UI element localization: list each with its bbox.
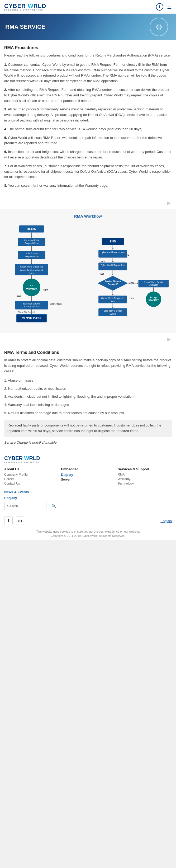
procedure-item-2: 2. After completing the RMA Request Form… <box>4 87 172 103</box>
footer-col-services: Services & Support RMA Warranty Technolo… <box>118 467 172 486</box>
svg-text:Request Form: Request Form <box>25 242 38 245</box>
svg-marker-45 <box>112 261 113 262</box>
header-icons: i ☰ <box>156 3 172 10</box>
term-item-3: 3. Accidents, include but not limited to… <box>4 394 172 400</box>
term-item-4: 4. Warranty seal label missing or damage… <box>4 402 172 408</box>
footer-col-services-title: Services & Support <box>118 467 172 471</box>
svg-text:Item: Item <box>29 272 34 275</box>
footer-link-career[interactable]: Career <box>4 477 58 481</box>
svg-marker-8 <box>31 250 32 251</box>
svg-text:NO: NO <box>100 273 104 275</box>
social-icons: f in <box>4 517 24 525</box>
workflow-section: RMA Workflow BEGIN Complete RMA Request … <box>0 209 176 334</box>
procedures-title: RMA Procedures <box>4 45 172 50</box>
svg-text:Charge Invoice: Charge Invoice <box>24 305 39 308</box>
search-input[interactable] <box>7 504 51 508</box>
svg-text:YES: YES <box>129 281 134 284</box>
procedures-list: 1. Customer can contact Cyber World by e… <box>4 62 172 189</box>
search-bar: 🔍 <box>4 502 46 510</box>
svg-text:Estimate Service: Estimate Service <box>23 302 40 305</box>
footer-link-rma[interactable]: RMA <box>118 473 172 476</box>
hero-icon: ⚙ <box>150 18 168 36</box>
info-icon[interactable]: i <box>156 3 163 10</box>
svg-text:Cyber World Repair Item: Cyber World Repair Item <box>101 264 125 267</box>
svg-text:In-: In- <box>30 284 33 287</box>
svg-text:CLOSE CASE: CLOSE CASE <box>22 317 41 320</box>
svg-text:Ship Item to Cyber: Ship Item to Cyber <box>104 309 122 312</box>
divider-arrow-bottom: ▶ <box>0 333 176 345</box>
procedure-item-6: 6. Inspection, repair and freight cost w… <box>4 149 172 160</box>
logo[interactable]: CYBER WRLD EMBEDDED DISPLAY SERVER <box>4 3 46 11</box>
svg-text:Service Charges: Service Charges <box>105 280 121 282</box>
footer-link-technology[interactable]: Technology <box>118 482 172 485</box>
svg-text:Warranty Information of: Warranty Information of <box>20 269 43 272</box>
terms-title: RMA Terms and Conditions <box>4 350 172 355</box>
footer-logo-text: CYBER WRLD <box>4 455 172 461</box>
footer-col-display-title[interactable]: Display <box>61 473 115 477</box>
svg-marker-39 <box>112 248 113 250</box>
linkedin-icon[interactable]: in <box>16 517 24 525</box>
term-item-1: 1. Abuse or misuse <box>4 378 172 383</box>
footer-col-about: About Us Company Profile Career Contact … <box>4 467 58 486</box>
svg-text:World: World <box>110 312 116 315</box>
logo-subtitle: EMBEDDED DISPLAY SERVER <box>4 9 46 11</box>
svg-text:Required?: Required? <box>108 283 118 285</box>
footer-enquiry-link[interactable]: Enquiry <box>4 496 172 500</box>
footer-link-warranty[interactable]: Warranty <box>118 477 172 481</box>
procedure-item-5: 5. Cyber World will issue RMA Report wit… <box>4 135 172 146</box>
svg-marker-13 <box>31 263 32 264</box>
svg-text:Cyber World Sends: Cyber World Sends <box>144 281 163 283</box>
footer-col-embedded: Embedded Display Server <box>61 467 115 486</box>
svg-text:Quotation: Quotation <box>149 284 158 286</box>
terms-replacement-note: Replaced faulty parts or components will… <box>4 420 172 437</box>
hero-banner: RMA SERVICE ⚙ <box>0 14 176 40</box>
footer-col-embedded-title: Embedded <box>61 467 115 471</box>
svg-text:Complete RMA: Complete RMA <box>24 239 39 242</box>
svg-text:Cyber World Diagnoses: Cyber World Diagnoses <box>101 297 125 300</box>
header: CYBER WRLD EMBEDDED DISPLAY SERVER i ☰ <box>0 0 176 14</box>
divider-arrow-top: ▶ <box>0 197 176 209</box>
procedure-item-1: 1. Customer can contact Cyber World by e… <box>4 62 172 84</box>
footer-link-contact[interactable]: Contact Us <box>4 482 58 485</box>
language-link[interactable]: English <box>161 519 172 523</box>
facebook-icon[interactable]: f <box>4 517 13 525</box>
svg-marker-61 <box>112 294 113 296</box>
svg-marker-66 <box>112 307 113 308</box>
term-item-5: 5. Natural disasters or damage due to ot… <box>4 410 172 416</box>
svg-text:Warranty: Warranty <box>26 287 37 290</box>
social-row: f in English <box>4 514 172 528</box>
procedure-item-3: 3. All returned products for warranty se… <box>4 107 172 123</box>
menu-icon[interactable]: ☰ <box>167 4 172 10</box>
svg-text:Item: Item <box>111 300 115 302</box>
svg-text:YES: YES <box>43 289 48 291</box>
footer-news-link[interactable]: News & Events <box>4 490 172 494</box>
procedures-intro: Please read the following procedures and… <box>4 53 172 58</box>
svg-text:YES: YES <box>100 260 105 263</box>
footer-col-server-title[interactable]: Server <box>61 478 115 482</box>
workflow-diagram: BEGIN Complete RMA Request Form Submit R… <box>3 223 173 328</box>
phone-frame: CYBER WRLD EMBEDDED DISPLAY SERVER i ☰ R… <box>0 0 176 540</box>
footer-link-company-profile[interactable]: Company Profile <box>4 473 58 476</box>
svg-text:YES: YES <box>129 297 134 300</box>
copyright: Copyright © 2011-2019 Cyber World. All R… <box>4 534 172 537</box>
svg-text:Submit RMA: Submit RMA <box>25 252 38 255</box>
procedure-item-7: 7. For In-Warranty cases , customer is r… <box>4 163 172 180</box>
workflow-title: RMA Workflow <box>3 214 173 218</box>
footer-logo: CYBER WRLD EMBEDDED DISPLAY SERVER <box>4 455 172 463</box>
footer-col-about-title: About Us <box>4 467 58 471</box>
term-item-2: 2. Non-authorized repairs or modificatio… <box>4 386 172 392</box>
terms-intro: In order to protect all original data, c… <box>4 358 172 374</box>
terms-section: RMA Terms and Conditions In order to pro… <box>0 345 176 450</box>
search-icon: 🔍 <box>51 504 56 508</box>
hero-title: RMA SERVICE <box>0 24 45 30</box>
procedure-item-4: 4. The normal turn-around time for RMA s… <box>4 126 172 132</box>
svg-text:NO: NO <box>17 295 21 298</box>
footer-logo-subtitle: EMBEDDED DISPLAY SERVER <box>4 461 172 463</box>
terms-service-note: Service Charge is non-Refundable. <box>4 440 172 444</box>
svg-marker-3 <box>31 236 32 238</box>
svg-text:Cyber World Check the: Cyber World Check the <box>20 266 43 268</box>
footer-columns: About Us Company Profile Career Contact … <box>4 467 172 486</box>
procedure-item-8: 8. You can search further warranty infor… <box>4 183 172 189</box>
footer: CYBER WRLD EMBEDDED DISPLAY SERVER About… <box>0 450 176 540</box>
svg-marker-50 <box>112 274 113 275</box>
